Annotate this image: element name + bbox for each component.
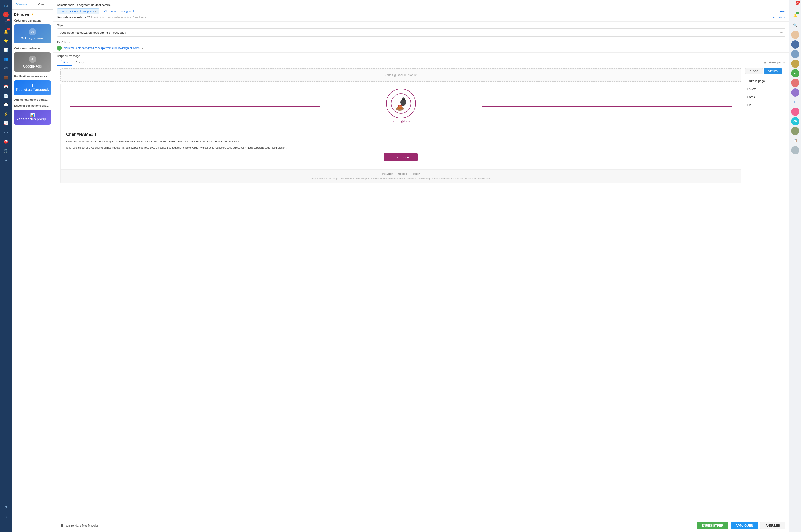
sidebar-calendar[interactable]: 📅 — [1, 82, 11, 91]
clipboard-icon[interactable]: 📋 — [791, 136, 799, 145]
sidebar-chat[interactable]: 💬 — [1, 101, 11, 109]
email-cta-button[interactable]: En savoir plus — [384, 153, 418, 161]
sidebar-contacts[interactable]: 👥 — [1, 55, 11, 63]
sidebar-tasks[interactable]: ☑ 57 — [1, 18, 11, 26]
expand-icon: ⊞ — [764, 61, 766, 64]
sidebar-code[interactable]: </> — [1, 128, 11, 136]
expediteur-dropdown-icon[interactable]: ▾ — [142, 47, 143, 50]
documents-icon: 📄 — [4, 94, 8, 98]
close-button[interactable]: ✕ — [3, 12, 9, 17]
expediteur-section: Expéditeur: P pierremaudetb24@gmail.com … — [53, 39, 789, 53]
prospects-card[interactable]: 📊 Répéter des prosp... — [14, 110, 51, 125]
search-right-icon[interactable]: 🔍 — [791, 21, 799, 29]
sidebar-shop[interactable]: 🛒 — [1, 147, 11, 155]
save-checkbox-input[interactable] — [57, 524, 60, 527]
drop-zone[interactable]: Faites glisser le bloc ici — [60, 68, 742, 82]
instagram-link[interactable]: instagram — [382, 172, 394, 175]
campaign-tabs: Démarrer Cam... — [12, 0, 53, 10]
info-icon: ℹ — [91, 16, 92, 19]
avatar-6[interactable] — [791, 88, 799, 97]
sidebar-crm[interactable]: ⭐ — [1, 37, 11, 45]
cancel-button[interactable]: ANNULER — [760, 522, 785, 529]
avatar-1[interactable] — [791, 31, 799, 39]
scissors-icon[interactable]: ✂ — [791, 98, 799, 106]
logo-lines-right — [420, 105, 732, 107]
email-header: Fée des gâteaux — [61, 84, 741, 128]
help-icon: ? — [5, 506, 7, 510]
notifications-badge: 17 — [7, 28, 10, 31]
sidebar-marketing[interactable]: 📊 — [1, 46, 11, 54]
facebook-link[interactable]: facebook — [398, 172, 408, 175]
help-right-icon[interactable]: ? 11 — [791, 2, 799, 10]
code-icon: </> — [4, 131, 7, 134]
add-segment-button[interactable]: + sélectionnez un segment — [101, 10, 134, 13]
avatar-cb[interactable]: CB — [791, 117, 799, 126]
sidebar-add[interactable]: + — [1, 522, 11, 530]
develop-label: développer — [768, 61, 781, 64]
bell-right-icon[interactable]: 🔔 2 — [791, 12, 799, 20]
contacts-icon: 👥 — [4, 57, 8, 61]
sidebar-deals[interactable]: 💼 — [1, 73, 11, 81]
avatar-9[interactable] — [791, 146, 799, 154]
sidebar-cc[interactable]: CC — [1, 64, 11, 72]
save-button[interactable]: ENREGISTRER — [697, 522, 728, 529]
avatar-5[interactable] — [791, 79, 799, 87]
styles-toute-page[interactable]: Toute la page — [745, 77, 782, 85]
objet-label: Objet: — [57, 24, 785, 27]
objet-options-button[interactable]: ··· — [778, 28, 785, 36]
sidebar-analytics[interactable]: 📈 — [1, 119, 11, 127]
expediteur-label: Expéditeur: — [57, 41, 785, 44]
app-logo[interactable]: Bi — [1, 2, 11, 10]
bell-badge: 2 — [796, 12, 799, 15]
tab-styles[interactable]: STYLES — [764, 68, 782, 74]
apply-button[interactable]: APPLIQUER — [731, 522, 758, 529]
email-template: Fée des gâteaux Cher #NAME# ! — [60, 84, 742, 183]
sidebar-notifications[interactable]: 🔔 17 — [1, 27, 11, 36]
save-checkbox-text: Enregistrer dans Mes Modèles — [61, 524, 98, 527]
tab-editer[interactable]: Éditer — [57, 59, 72, 66]
avatar-8[interactable] — [791, 127, 799, 135]
sidebar-help[interactable]: ? — [1, 504, 11, 512]
exclusions-link[interactable]: exclusions — [772, 16, 785, 19]
corps-section: Corps du message: Éditer Aperçu ⊞ dévelo… — [53, 53, 789, 519]
facebook-ads-card[interactable]: f Publicités Facebook — [14, 80, 51, 95]
sales-section: Augmentation des vente... — [12, 96, 53, 102]
actions-section: Envoyer des actions clie... — [12, 102, 53, 108]
avatar-4[interactable] — [791, 59, 799, 68]
sidebar-documents[interactable]: 📄 — [1, 92, 11, 100]
sidebar-settings[interactable]: ⚙ — [1, 513, 11, 521]
email-marketing-card[interactable]: ✉ Marketing par e-mail — [14, 24, 51, 43]
objet-input[interactable] — [57, 29, 778, 36]
bottom-bar: Enregistrer dans Mes Modèles ENREGISTRER… — [53, 519, 789, 532]
styles-fin[interactable]: Fin — [745, 101, 782, 109]
sidebar-targets[interactable]: 🎯 — [1, 137, 11, 146]
tab-demarrer[interactable]: Démarrer — [12, 0, 33, 10]
twitter-link[interactable]: twitter — [413, 172, 420, 175]
styles-corps[interactable]: Corps — [745, 93, 782, 101]
create-segment-button[interactable]: + créer — [776, 10, 785, 13]
segment-tag-remove[interactable]: ✕ — [95, 10, 97, 13]
save-checkbox-label[interactable]: Enregistrer dans Mes Modèles — [57, 524, 98, 527]
tab-campaigns[interactable]: Cam... — [33, 0, 53, 10]
avatar-2[interactable] — [791, 40, 799, 49]
tab-blocs[interactable]: BLOCS — [745, 68, 763, 74]
tab-apercu[interactable]: Aperçu — [72, 59, 89, 66]
avatar-green-icon[interactable]: ✓ — [791, 69, 799, 77]
expediteur-email[interactable]: pierremaudetb24@gmail.com <pierremaudetb… — [64, 46, 140, 50]
logo-text: Fée des gâteaux — [392, 119, 411, 123]
avatar-7[interactable] — [791, 108, 799, 116]
sidebar-automation[interactable]: ⚡ — [1, 110, 11, 118]
avatar-3[interactable] — [791, 50, 799, 58]
styles-entete[interactable]: En-tête — [745, 85, 782, 93]
clipboard-icon-symbol: 📋 — [793, 139, 797, 142]
sidebar-filter[interactable]: ⚙ — [1, 156, 11, 164]
google-ads-card[interactable]: A Google Ads — [14, 53, 51, 72]
segment-tag[interactable]: Tous les clients et prospects ✕ — [57, 8, 99, 14]
develop-button[interactable]: ⊞ développer ⤢ — [764, 61, 785, 64]
segment-tag-text: Tous les clients et prospects — [59, 10, 94, 13]
email-editor: Sélectionnez un segment de destinataire … — [53, 0, 789, 532]
add-icon: + — [5, 524, 7, 528]
logo-line-4 — [482, 106, 732, 107]
email-body-area: Faites glisser le bloc ici — [57, 66, 785, 519]
logo-line-2 — [70, 106, 320, 107]
